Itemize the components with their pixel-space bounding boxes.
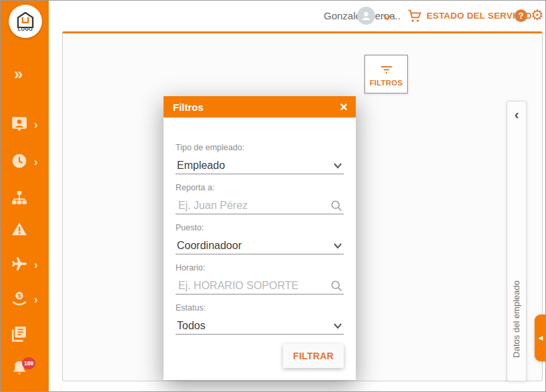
field-label: Horario:	[176, 263, 344, 272]
filtros-modal: Filtros × Tipo de empleado: Empleado Rep…	[164, 96, 356, 380]
sidebar-item-vacaciones[interactable]: ›	[1, 256, 49, 278]
filter-icon	[380, 62, 392, 77]
chevron-down-icon	[333, 242, 342, 249]
filtrar-button[interactable]: FILTRAR	[283, 344, 344, 368]
panel-toggle-tab[interactable]: ◀	[535, 315, 546, 361]
search-icon	[330, 280, 342, 292]
sidebar-item-horarios[interactable]: ›	[1, 153, 49, 176]
chevron-right-icon: ›	[34, 119, 38, 130]
panel-title: Datos del empleado	[511, 280, 521, 358]
notification-badge: 189	[22, 357, 35, 369]
field-label: Tipo de empleado:	[176, 143, 344, 152]
filtros-label: FILTROS	[370, 79, 403, 87]
puesto-select[interactable]: Coordinadoor	[176, 237, 344, 254]
help-icon[interactable]: ?	[515, 9, 527, 22]
chevron-right-icon: ›	[34, 156, 38, 168]
clock-icon	[11, 153, 27, 172]
logo-label: LOGO	[18, 27, 33, 31]
airplane-icon	[11, 256, 27, 274]
chevron-down-icon	[333, 323, 342, 329]
chevron-down-icon	[333, 162, 342, 169]
chevron-right-icon: ›	[34, 294, 38, 305]
employee-details-panel[interactable]: ‹ Datos del empleado	[507, 101, 527, 381]
logo-icon	[17, 12, 34, 28]
sidebar-item-nomina[interactable]: $ ›	[1, 290, 49, 313]
select-value: Empleado	[177, 160, 225, 172]
chevron-right-icon: ›	[34, 259, 38, 270]
horario-input[interactable]	[177, 279, 330, 292]
sidebar-item-organigrama[interactable]	[1, 190, 49, 213]
topbar: Gonzalez Ferna... ESTADO DEL SERVICIO ? …	[49, 1, 546, 31]
sidebar-item-reportes[interactable]	[1, 326, 49, 349]
reporta-a-input-wrap[interactable]	[176, 197, 344, 214]
estatus-select[interactable]: Todos	[176, 317, 344, 335]
sidebar: LOGO » › ›	[1, 1, 49, 392]
gear-icon[interactable]: ⚙	[531, 7, 544, 24]
payroll-icon: $	[11, 290, 27, 309]
sidebar-item-incidencias[interactable]	[1, 221, 49, 244]
field-reporta-a: Reporta a:	[176, 183, 344, 214]
warning-icon	[11, 221, 27, 240]
close-icon[interactable]: ×	[340, 100, 348, 114]
panel-collapse-icon[interactable]: ‹	[507, 107, 526, 122]
svg-text:$: $	[17, 292, 21, 299]
person-icon	[360, 10, 372, 21]
field-estatus: Estatus: Todos	[176, 303, 344, 335]
org-chart-icon	[11, 190, 27, 209]
field-label: Estatus:	[176, 303, 344, 313]
field-label: Reporta a:	[176, 183, 344, 192]
modal-header: Filtros ×	[164, 96, 356, 118]
user-menu-chevron-icon[interactable]	[382, 11, 392, 23]
search-icon	[330, 200, 342, 212]
field-puesto: Puesto: Coordinadoor	[176, 223, 344, 254]
select-value: Todos	[177, 320, 206, 332]
cart-icon[interactable]	[408, 9, 423, 25]
filtros-button[interactable]: FILTROS	[364, 55, 408, 93]
avatar[interactable]	[357, 7, 375, 25]
horario-input-wrap[interactable]	[176, 277, 344, 295]
app-window: Asistencias × Empleados × Todas FILTROS …	[0, 0, 546, 392]
field-tipo-empleado: Tipo de empleado: Empleado	[176, 143, 344, 174]
modal-title: Filtros	[173, 102, 204, 113]
tipo-empleado-select[interactable]: Empleado	[176, 157, 344, 174]
app-logo[interactable]: LOGO	[9, 5, 42, 38]
panel-tab-icon: ◀	[539, 335, 543, 341]
sidebar-item-empleados[interactable]: ›	[1, 116, 49, 138]
modal-body: Tipo de empleado: Empleado Reporta a:	[164, 118, 356, 368]
documents-icon	[11, 326, 27, 345]
reporta-a-input[interactable]	[177, 199, 330, 212]
field-label: Puesto:	[176, 223, 344, 232]
field-horario: Horario:	[176, 263, 344, 295]
select-value: Coordinadoor	[177, 240, 242, 252]
employee-card-icon	[11, 116, 27, 134]
sidebar-expand-icon[interactable]: »	[14, 65, 23, 83]
